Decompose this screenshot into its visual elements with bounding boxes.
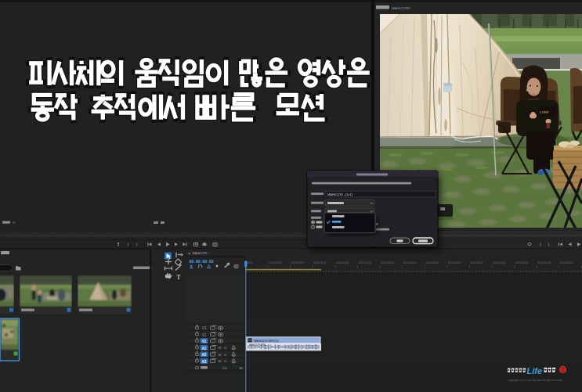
svg-text:copyright (c) xx xxxx by xxxx: copyright (c) xx xxxx by xxxx all right … bbox=[508, 379, 562, 382]
svg-text:fx: fx bbox=[249, 339, 251, 342]
svg-text:00:03:30:00: 00:03:30:00 bbox=[560, 261, 573, 264]
svg-text:T: T bbox=[176, 274, 181, 281]
svg-text:00:00:00:00: 00:00:00:00 bbox=[190, 260, 214, 264]
svg-text:00:01:00:00: 00:01:00:00 bbox=[336, 261, 349, 264]
svg-text:00:01:15:00: 00:01:15:00 bbox=[359, 261, 372, 264]
svg-text:V2: V2 bbox=[202, 333, 207, 337]
svg-text:MAH01139.MP4: MAH01139.MP4 bbox=[249, 343, 266, 347]
svg-text:Life: Life bbox=[527, 366, 543, 376]
svg-text:≪: ≪ bbox=[188, 251, 191, 255]
svg-text:M: M bbox=[219, 346, 222, 350]
svg-text:V3: V3 bbox=[202, 326, 207, 330]
svg-text:{: { bbox=[128, 242, 129, 246]
svg-text:MAH01139 - [1x1]: MAH01139 - [1x1] bbox=[327, 192, 352, 196]
svg-text:M: M bbox=[219, 359, 222, 363]
svg-text:00:01:45:00: 00:01:45:00 bbox=[403, 261, 417, 264]
svg-text:MAH01139: MAH01139 bbox=[392, 6, 409, 10]
svg-text:00:00:30:00: 00:00:30:00 bbox=[291, 261, 305, 264]
svg-text:A3: A3 bbox=[202, 360, 207, 364]
svg-text:00:02:00:00: 00:02:00:00 bbox=[425, 261, 439, 264]
svg-text:MAH01139.MP4 [V]: MAH01139.MP4 [V] bbox=[254, 340, 279, 343]
svg-text:A2: A2 bbox=[202, 353, 207, 357]
svg-text:00:02:30:00: 00:02:30:00 bbox=[471, 261, 484, 264]
svg-text:0.0: 0.0 bbox=[222, 366, 227, 370]
svg-text:00:01:30:00: 00:01:30:00 bbox=[381, 261, 394, 264]
svg-text:⋉: ⋉ bbox=[240, 365, 244, 370]
svg-text:×: × bbox=[408, 5, 410, 10]
svg-text:A1: A1 bbox=[202, 347, 207, 351]
svg-text:V1: V1 bbox=[202, 340, 207, 343]
svg-text:MAH01139: MAH01139 bbox=[193, 252, 208, 255]
svg-text:00:00: 00:00 bbox=[247, 261, 253, 264]
svg-text:00:03:15:00: 00:03:15:00 bbox=[537, 261, 551, 264]
svg-text:00:02:45:00: 00:02:45:00 bbox=[493, 261, 506, 264]
svg-text:S: S bbox=[224, 359, 226, 363]
svg-text:LONF: LONF bbox=[540, 110, 549, 114]
svg-text:}: } bbox=[136, 242, 138, 246]
svg-text:S: S bbox=[224, 346, 226, 350]
svg-text:00:03:00:00: 00:03:00:00 bbox=[515, 261, 529, 264]
svg-text:M: M bbox=[219, 353, 222, 357]
svg-text:}: } bbox=[548, 242, 550, 246]
svg-text:S: S bbox=[224, 353, 226, 357]
svg-text:00:02:15:00: 00:02:15:00 bbox=[448, 261, 461, 264]
svg-text:00:00:15:00: 00:00:15:00 bbox=[269, 261, 282, 264]
svg-text:{: { bbox=[540, 242, 541, 246]
svg-text:00:00:45:00: 00:00:45:00 bbox=[313, 261, 327, 264]
